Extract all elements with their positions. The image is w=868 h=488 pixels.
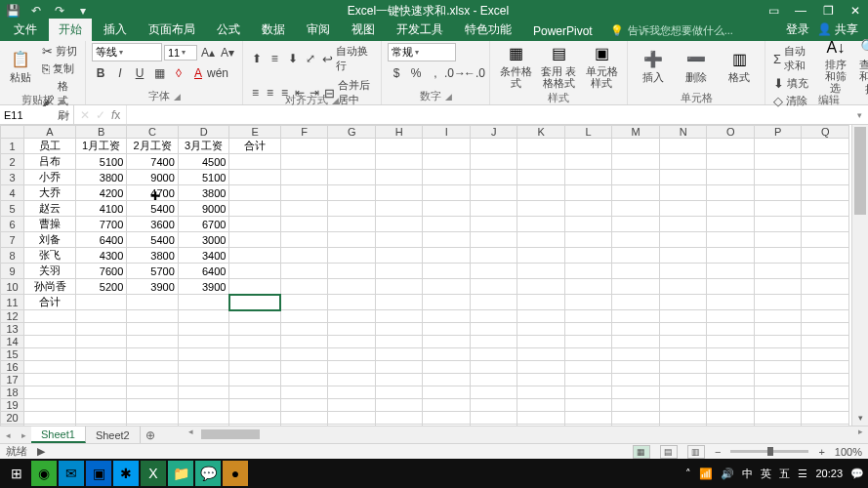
cell-F13[interactable] (280, 323, 328, 336)
page-layout-view-icon[interactable]: ▤ (660, 445, 678, 459)
cell-D21[interactable] (178, 425, 229, 427)
cell-D9[interactable]: 6400 (178, 264, 229, 279)
cell-C14[interactable] (127, 336, 179, 348)
cell-F3[interactable] (280, 170, 328, 185)
row-header-20[interactable]: 20 (1, 412, 24, 425)
tab-developer[interactable]: 开发工具 (387, 19, 453, 41)
conditional-format-button[interactable]: ▦条件格式 (496, 43, 535, 90)
cell-B14[interactable] (75, 336, 127, 348)
horizontal-scrollbar[interactable]: ◂ ▸ (199, 427, 868, 443)
add-sheet-button[interactable]: ⊕ (141, 427, 160, 443)
cell-F12[interactable] (280, 310, 328, 323)
cell-K14[interactable] (517, 336, 565, 348)
system-tray[interactable]: ˄ 📶 🔊 中 英 五 ☰ 20:23 💬 (685, 467, 864, 481)
delete-cells-button[interactable]: ➖删除 (677, 43, 716, 90)
cell-C21[interactable] (127, 425, 179, 427)
cell-Q11[interactable] (802, 295, 849, 310)
row-header-3[interactable]: 3 (1, 170, 24, 185)
cell-O6[interactable] (707, 217, 755, 232)
cell-O10[interactable] (707, 279, 755, 295)
cell-G16[interactable] (328, 361, 376, 374)
cell-I4[interactable] (423, 185, 471, 201)
cell-E9[interactable] (229, 264, 281, 279)
italic-button[interactable]: I (111, 64, 129, 82)
cut-button[interactable]: ✂剪切 (40, 43, 79, 60)
cell-O20[interactable] (707, 412, 755, 425)
cell-H21[interactable] (375, 425, 423, 427)
cell-O9[interactable] (707, 264, 755, 279)
cell-D18[interactable] (178, 386, 229, 399)
cell-J6[interactable] (470, 217, 517, 232)
cell-N13[interactable] (659, 323, 707, 336)
ribbon-options-icon[interactable]: ▭ (765, 2, 782, 20)
share-button[interactable]: 👤 共享 (817, 21, 858, 38)
insert-cells-button[interactable]: ➕插入 (634, 43, 673, 90)
cell-E12[interactable] (229, 310, 281, 323)
cell-M17[interactable] (612, 374, 660, 386)
cell-P12[interactable] (754, 310, 802, 323)
cell-M15[interactable] (612, 348, 660, 361)
cell-P5[interactable] (754, 201, 802, 217)
column-header-K[interactable]: K (517, 126, 565, 139)
cell-B9[interactable]: 7600 (75, 264, 127, 279)
cell-C1[interactable]: 2月工资 (127, 139, 179, 154)
row-header-7[interactable]: 7 (1, 232, 24, 248)
dialog-launcher-icon[interactable]: ◢ (174, 92, 181, 102)
cell-N19[interactable] (659, 399, 707, 412)
cell-L9[interactable] (564, 264, 612, 279)
cell-Q4[interactable] (802, 185, 849, 201)
cell-E13[interactable] (229, 323, 281, 336)
cell-G20[interactable] (328, 412, 376, 425)
undo-icon[interactable]: ↶ (27, 2, 45, 20)
cell-C6[interactable]: 3600 (127, 217, 179, 232)
cell-A13[interactable] (24, 323, 76, 336)
cell-F6[interactable] (280, 217, 328, 232)
cell-J7[interactable] (470, 232, 517, 248)
underline-button[interactable]: U (131, 64, 148, 82)
cell-H4[interactable] (375, 185, 423, 201)
column-header-H[interactable]: H (375, 126, 423, 139)
cell-J12[interactable] (470, 310, 517, 323)
cell-A7[interactable]: 刘备 (24, 232, 76, 248)
cell-M10[interactable] (612, 279, 660, 295)
cell-K16[interactable] (517, 361, 565, 374)
row-header-13[interactable]: 13 (1, 323, 24, 336)
spreadsheet-grid[interactable]: ABCDEFGHIJKLMNOPQ1员工1月工资2月工资3月工资合计2吕布510… (0, 125, 851, 426)
decrease-font-icon[interactable]: A▾ (219, 44, 236, 61)
scroll-thumb[interactable] (854, 127, 866, 215)
cell-B16[interactable] (75, 361, 127, 374)
cell-N7[interactable] (659, 232, 707, 248)
cell-E17[interactable] (229, 374, 281, 386)
tab-review[interactable]: 审阅 (297, 19, 340, 41)
column-header-D[interactable]: D (178, 126, 229, 139)
cell-F4[interactable] (280, 185, 328, 201)
cell-G9[interactable] (328, 264, 376, 279)
cell-L7[interactable] (564, 232, 612, 248)
cell-F9[interactable] (280, 264, 328, 279)
fx-icon[interactable]: fx (111, 108, 120, 122)
format-cells-button[interactable]: ▥格式 (720, 43, 759, 90)
cell-G15[interactable] (328, 348, 376, 361)
cell-J9[interactable] (470, 264, 517, 279)
cell-H13[interactable] (375, 323, 423, 336)
cell-H3[interactable] (375, 170, 423, 185)
cell-I10[interactable] (423, 279, 471, 295)
column-header-M[interactable]: M (612, 126, 660, 139)
cell-D13[interactable] (178, 323, 229, 336)
bold-button[interactable]: B (92, 64, 109, 82)
cell-Q15[interactable] (802, 348, 849, 361)
cell-G11[interactable] (328, 295, 376, 310)
cell-P10[interactable] (754, 279, 802, 295)
cell-C8[interactable]: 3800 (127, 248, 179, 264)
cell-G6[interactable] (328, 217, 376, 232)
cell-M7[interactable] (612, 232, 660, 248)
cell-M2[interactable] (612, 154, 660, 170)
hscroll-thumb[interactable] (201, 429, 260, 439)
cell-L19[interactable] (564, 399, 612, 412)
cell-E14[interactable] (229, 336, 281, 348)
cell-H7[interactable] (375, 232, 423, 248)
cell-J11[interactable] (470, 295, 517, 310)
cell-D5[interactable]: 9000 (178, 201, 229, 217)
cell-F14[interactable] (280, 336, 328, 348)
sheet-tab-2[interactable]: Sheet2 (86, 427, 141, 443)
